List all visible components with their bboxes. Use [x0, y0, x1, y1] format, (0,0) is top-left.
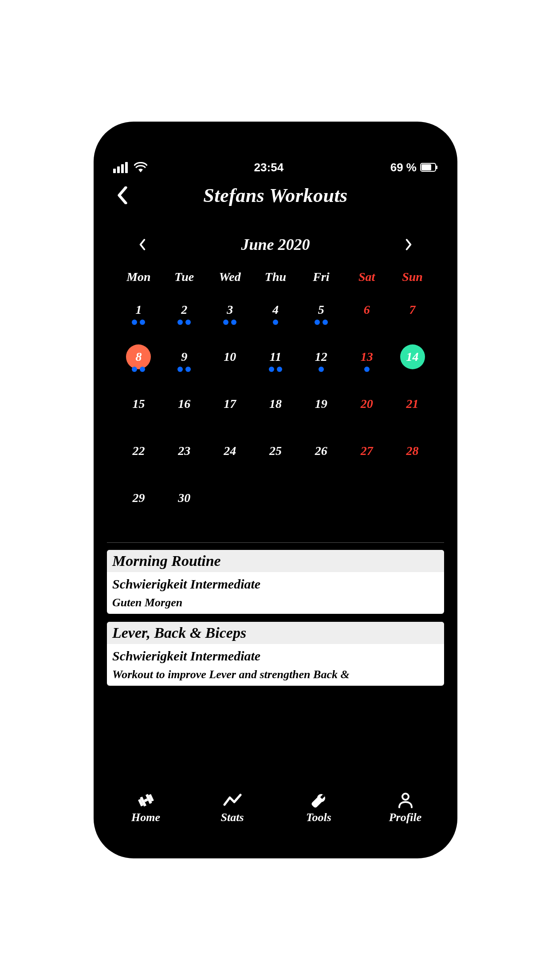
- calendar-day[interactable]: 28: [390, 439, 435, 478]
- calendar-day[interactable]: 6: [344, 297, 390, 336]
- event-dot-icon: [185, 320, 191, 325]
- calendar-grid: MonTueWedThuFriSatSun1234567891011121314…: [116, 270, 435, 525]
- calendar-day-dots: [132, 320, 145, 325]
- calendar-day[interactable]: 1: [116, 297, 161, 336]
- workout-card[interactable]: Lever, Back & BicepsSchwierigkeit Interm…: [107, 622, 444, 686]
- nav-home-label: Home: [131, 811, 160, 824]
- nav-home[interactable]: Home: [102, 783, 189, 832]
- calendar-day[interactable]: 14: [390, 344, 435, 383]
- event-dot-icon: [140, 367, 145, 372]
- calendar-day[interactable]: 15: [116, 391, 161, 431]
- calendar-day-dots: [315, 320, 328, 325]
- event-dot-icon: [364, 367, 370, 372]
- calendar-day-number: 8: [126, 344, 151, 369]
- event-dot-icon: [177, 367, 183, 372]
- status-right: 69 %: [390, 161, 438, 174]
- status-time: 23:54: [254, 161, 284, 174]
- calendar-day[interactable]: 2: [161, 297, 207, 336]
- calendar-dayname: Wed: [207, 270, 253, 289]
- calendar-next-month[interactable]: [400, 236, 417, 253]
- calendar-day-dots: [223, 320, 236, 325]
- chevron-left-icon: [117, 186, 128, 204]
- calendar-day[interactable]: 11: [253, 344, 299, 383]
- event-dot-icon: [185, 367, 191, 372]
- calendar-header: June 2020: [116, 235, 435, 254]
- back-button[interactable]: [111, 184, 134, 206]
- workout-card-difficulty: Schwierigkeit Intermediate: [107, 644, 444, 665]
- calendar-day[interactable]: 20: [344, 391, 390, 431]
- status-left: [113, 162, 147, 173]
- calendar-day[interactable]: 23: [161, 439, 207, 478]
- calendar-day-number: 16: [172, 391, 197, 416]
- workout-list[interactable]: Morning RoutineSchwierigkeit Intermediat…: [102, 550, 449, 783]
- battery-icon: [420, 163, 438, 172]
- nav-tools-label: Tools: [306, 811, 331, 824]
- calendar-dayname: Fri: [298, 270, 344, 289]
- calendar-day[interactable]: 13: [344, 344, 390, 383]
- calendar-day-number: 4: [263, 297, 288, 322]
- calendar-day[interactable]: 26: [298, 439, 344, 478]
- event-dot-icon: [132, 367, 137, 372]
- wrench-icon: [309, 791, 329, 809]
- divider: [107, 542, 444, 543]
- calendar-day[interactable]: 25: [253, 439, 299, 478]
- calendar-day-number: 24: [217, 439, 242, 463]
- device-frame: 23:54 69 % Stefans Workouts: [94, 122, 457, 858]
- signal-icon: [113, 162, 128, 173]
- calendar-day-number: 25: [263, 439, 288, 463]
- calendar-day[interactable]: 30: [161, 486, 207, 525]
- calendar-day-number: 18: [263, 391, 288, 416]
- calendar-day[interactable]: 19: [298, 391, 344, 431]
- calendar-day[interactable]: 16: [161, 391, 207, 431]
- workout-card[interactable]: Morning RoutineSchwierigkeit Intermediat…: [107, 550, 444, 614]
- event-dot-icon: [177, 320, 183, 325]
- event-dot-icon: [269, 367, 274, 372]
- dumbbell-icon: [136, 791, 156, 809]
- calendar-day[interactable]: 9: [161, 344, 207, 383]
- calendar-day-number: 3: [217, 297, 242, 322]
- event-dot-icon: [315, 320, 320, 325]
- calendar-day[interactable]: 4: [253, 297, 299, 336]
- calendar-day-number: 19: [309, 391, 334, 416]
- calendar-day[interactable]: 17: [207, 391, 253, 431]
- calendar-prev-month[interactable]: [134, 236, 151, 253]
- calendar-dayname: Tue: [161, 270, 207, 289]
- chevron-left-icon: [139, 239, 146, 250]
- calendar-day-number: 21: [400, 391, 425, 416]
- nav-profile[interactable]: Profile: [362, 783, 449, 832]
- calendar: June 2020 MonTueWedThuFriSatSun123456789…: [102, 213, 449, 533]
- calendar-day[interactable]: 12: [298, 344, 344, 383]
- calendar-day[interactable]: 3: [207, 297, 253, 336]
- calendar-day[interactable]: 5: [298, 297, 344, 336]
- calendar-day[interactable]: 18: [253, 391, 299, 431]
- calendar-day-number: 28: [400, 439, 425, 463]
- event-dot-icon: [273, 320, 278, 325]
- calendar-day-number: 26: [309, 439, 334, 463]
- event-dot-icon: [231, 320, 236, 325]
- event-dot-icon: [277, 367, 282, 372]
- workout-card-description: Workout to improve Lever and strengthen …: [107, 665, 444, 686]
- calendar-day[interactable]: 29: [116, 486, 161, 525]
- calendar-day-dots: [177, 320, 191, 325]
- calendar-day[interactable]: 8: [116, 344, 161, 383]
- calendar-day[interactable]: 10: [207, 344, 253, 383]
- nav-tools[interactable]: Tools: [276, 783, 362, 832]
- calendar-day-number: 1: [126, 297, 151, 322]
- page-title: Stefans Workouts: [203, 184, 347, 207]
- calendar-month-label: June 2020: [241, 235, 310, 254]
- calendar-day-number: 11: [263, 344, 288, 369]
- wifi-icon: [134, 162, 147, 173]
- calendar-day[interactable]: 22: [116, 439, 161, 478]
- workout-card-difficulty: Schwierigkeit Intermediate: [107, 572, 444, 593]
- calendar-day-dots: [364, 367, 370, 372]
- calendar-day[interactable]: 27: [344, 439, 390, 478]
- calendar-day-number: 30: [172, 486, 197, 510]
- calendar-day[interactable]: 21: [390, 391, 435, 431]
- nav-stats[interactable]: Stats: [189, 783, 276, 832]
- calendar-day[interactable]: 7: [390, 297, 435, 336]
- event-dot-icon: [132, 320, 137, 325]
- calendar-day[interactable]: 24: [207, 439, 253, 478]
- event-dot-icon: [140, 320, 145, 325]
- svg-rect-1: [421, 164, 431, 170]
- calendar-day-number: 5: [309, 297, 334, 322]
